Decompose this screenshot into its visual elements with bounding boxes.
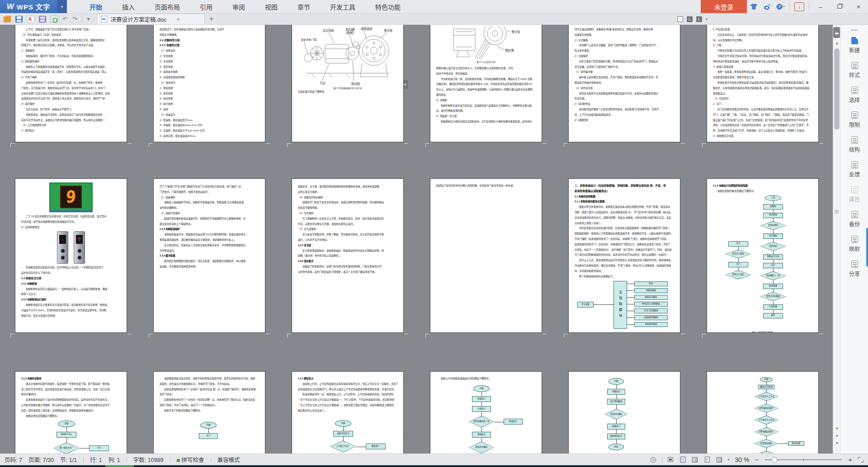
new-tab-button[interactable]: + xyxy=(205,14,218,24)
minimize-button[interactable]: – xyxy=(811,0,830,13)
switch-window-icon[interactable] xyxy=(696,16,702,22)
weibo-icon[interactable] xyxy=(760,0,774,13)
zoom-in-button[interactable]: + xyxy=(848,456,852,463)
read-view-icon[interactable] xyxy=(716,456,723,463)
page-thumbnail-17[interactable]: 开始电梯运行记忆呼叫楼层到达目标楼层轿厢开门清除呼叫信号结束图3-6 呼叫记忆与… xyxy=(568,371,680,453)
open-folder-icon[interactable] xyxy=(4,16,11,23)
print-icon[interactable] xyxy=(39,16,46,23)
restore-button[interactable] xyxy=(830,0,849,13)
page-thumbnail-10[interactable]: 能感知门关闭过程中任何细小的障碍物，关闭途中门重新开启的一种先进 xyxy=(430,178,542,333)
sidebar-item-限制[interactable]: 限制 xyxy=(841,112,868,128)
text-line: 知乘客停用电梯。 xyxy=(575,33,674,38)
menu-tab-页面布局[interactable]: 页面布局 xyxy=(145,0,190,14)
print-preview-icon[interactable] xyxy=(51,16,58,23)
page-thumbnail-18[interactable]: 开始楼层信号检测上平层信号上升沿与呼叫楼层相同？下平层信号上升沿与呼叫楼层相同？… xyxy=(707,371,819,453)
page-thumbnail-2[interactable]: 短的情况下，优化电梯运行距离以及系统起停总次数。应选不待算法不断精细。2.2 对… xyxy=(153,25,265,142)
previous-page-icon[interactable]: ▲ xyxy=(833,426,841,430)
sidebar-item-映射[interactable]: 映射 xyxy=(841,236,868,252)
menu-tab-开发工具[interactable]: 开发工具 xyxy=(320,0,365,14)
customize-toolbar-caret-icon[interactable]: ▾ xyxy=(87,16,90,22)
flowchart-process: 延时 xyxy=(763,313,783,318)
history-version-icon[interactable] xyxy=(650,456,657,463)
flowchart-decision-label: 是否同层 xyxy=(760,243,786,251)
next-page-icon[interactable]: ▼ xyxy=(833,441,841,445)
module-block: 停机保护模块 xyxy=(634,322,668,327)
login-button[interactable]: 未登录 xyxy=(701,0,747,13)
task-window-icon[interactable] xyxy=(687,16,693,22)
page-thumbnail-15[interactable]: 3.1.5 楼层显示当电梯上行时，上平层传感器会首先得电获得电平信号，然后上平层… xyxy=(292,371,404,453)
sidebar-item-备份[interactable]: 备份 xyxy=(841,211,868,228)
view-mode-caret-icon[interactable]: ▾ xyxy=(728,458,730,462)
page-thumbnail-4[interactable]: 曳引轮 钢丝绳 图 2-4 无齿轮曳引机整钢丝绳与曳引轮之间的包角大小，也调整轿… xyxy=(430,25,542,142)
page-thumbnail-7[interactable]: 9二寸 16 段显示器楼层显示器包括：分离式显示器、七段码显示器、发光管点阵显示… xyxy=(15,178,127,333)
sidebar-handle[interactable] xyxy=(851,29,858,31)
flowchart-connector xyxy=(773,260,774,263)
vertical-scrollbar[interactable]: ▲ ▲ ● ▼ xyxy=(833,25,840,453)
undo-icon[interactable]: ↶ xyxy=(62,15,68,23)
export-pdf-icon[interactable] xyxy=(27,16,34,23)
page-thumbnail-5[interactable]: 闭方式进出轿厢时，多数采用“降级”使用的办法，即贴出告示牌，维修时通知乘客停用电… xyxy=(568,25,680,142)
page-thumbnail-3[interactable]: 马达风机 制动器(抱闸) 减速齿轮 曳引轮 盘车手轮/飞轮 马达 制动轮 图2-… xyxy=(292,25,404,142)
page-thumbnail-11[interactable]: 三、控制系统设计（包括控制逻辑、控制回路、控制算法等的选 择、开机、停机等控制逻… xyxy=(568,178,680,333)
menu-tab-引用[interactable]: 引用 xyxy=(190,0,222,14)
help-icon[interactable]: ? xyxy=(774,0,788,13)
sidebar-item-样式[interactable]: 样式 xyxy=(841,62,868,79)
page-view-icon[interactable] xyxy=(679,456,687,463)
menu-tab-审阅[interactable]: 审阅 xyxy=(222,0,255,14)
save-icon[interactable] xyxy=(15,16,23,23)
wps-logo[interactable]: W WPS 文字 xyxy=(0,0,57,13)
fit-page-icon[interactable] xyxy=(667,456,675,463)
sidebar-toggle-icon[interactable] xyxy=(677,16,683,22)
zoom-slider-knob[interactable] xyxy=(771,457,777,462)
scrollbar-thumb[interactable] xyxy=(834,48,840,130)
sidebar-item-选择[interactable]: 选择 xyxy=(841,87,868,103)
page-thumbnail-8[interactable]: 厅门“门锁电气开关(也称门联锁开关)在门全部关闭后方能接通，轿门或任一层门开启时… xyxy=(153,178,265,333)
text-line: 为了确保检修人员的安全与方便，在电梯的轿顶、底坑、机房等处均设置急停 xyxy=(298,216,397,222)
web-view-icon[interactable] xyxy=(703,456,711,463)
redo-icon[interactable]: ↷ xyxy=(72,15,78,23)
sidebar-item-新建[interactable]: 新建 xyxy=(841,37,868,54)
page-corner-mark xyxy=(404,174,408,178)
menu-tab-视图[interactable]: 视图 xyxy=(255,0,288,14)
sidebar-scroll-indicator[interactable] xyxy=(866,228,868,266)
zoom-out-button[interactable]: − xyxy=(755,456,759,463)
page-thumbnail-9[interactable]: 由端走停、安全钳、缓冲器等构成电梯终端的机械防护系统，由多重装置逐级动作实现安全… xyxy=(292,178,404,333)
screen-grab-float-icon[interactable] xyxy=(833,27,840,38)
flowchart-connector xyxy=(616,420,617,424)
page-thumbnail-12[interactable]: 3.1.2 电梯运行的逻辑控制流程图电梯的逻辑控制流程图如下图所示。上电初始化等… xyxy=(707,178,819,333)
page-thumbnail-14[interactable]: 当轿厢载荷超过设定值时，电梯不响应所处层站的召唤，按登记的操作指令行驶。电梯超载… xyxy=(153,371,265,453)
menu-tab-特色功能[interactable]: 特色功能 xyxy=(365,0,410,14)
page-thumbnail-6[interactable]: 5. 平层感应装置它安装在轿顶上，与装在每一层站平层区域内的导轨上的平层隔磁(遮… xyxy=(707,25,819,142)
fullscreen-icon[interactable] xyxy=(857,456,864,463)
sidebar-item-分享[interactable]: 分享 xyxy=(841,261,868,277)
skin-icon[interactable] xyxy=(747,0,760,13)
flowchart-process: 原速运行 xyxy=(504,419,523,425)
sidebar-item-反馈[interactable]: 反馈 xyxy=(841,161,868,178)
zoom-slider[interactable] xyxy=(765,459,842,460)
menu-tab-章节[interactable]: 章节 xyxy=(288,0,320,14)
page-thumbnail-13[interactable]: 3.1.3 电梯的初始化通过对电梯仿真软件的操作，发现电梯一开始停在最下端，即下… xyxy=(15,371,127,453)
flowchart-process: 等待呼叫 xyxy=(763,213,783,218)
page-thumbnail-1[interactable]: 上下行、快慢速和开关门信号需要实现PLC 程序的电气互锁。（2）单台电梯运行（异… xyxy=(15,25,127,142)
sidebar-item-结构[interactable]: 结构 xyxy=(841,136,868,153)
document-canvas[interactable]: + 上下行、快慢速和开关门信号需要实现PLC 程序的电气互锁。（2）单台电梯运行… xyxy=(0,25,833,453)
page-corner-mark xyxy=(149,367,153,371)
tab-close-icon[interactable]: × xyxy=(176,16,180,23)
sidebar-splitter-handle[interactable] xyxy=(833,205,840,217)
window-list-caret-icon[interactable]: ▾ xyxy=(706,17,708,21)
scroll-up-icon[interactable]: ▲ xyxy=(833,41,841,45)
sidebar-item-属性[interactable]: 属性 xyxy=(841,186,868,203)
close-button[interactable]: × xyxy=(849,0,868,13)
text-line: 由端走停、安全钳、缓冲器等构成电梯终端的机械防护系统，由多重装置逐级 xyxy=(298,184,397,190)
titlebar-separator xyxy=(809,3,809,10)
document-tab[interactable]: 决赛设计方案定稿.doc × xyxy=(96,14,205,24)
select-browse-object-icon[interactable]: ● xyxy=(833,434,841,438)
outline-view-icon[interactable] xyxy=(691,456,699,463)
download-icon[interactable]: ↓ xyxy=(794,2,804,11)
sidebar-属性-icon xyxy=(851,186,858,193)
menu-tab-插入[interactable]: 插入 xyxy=(112,0,145,14)
logo-caret-icon[interactable]: ▾ xyxy=(57,0,67,13)
menu-tab-开始[interactable]: 开始 xyxy=(80,0,112,14)
text-line: 电梯开关门控制流程图如下图所示。 xyxy=(160,408,259,414)
page-thumbnail-16[interactable]: 电梯上行时电梯加减速运行流程图如下图所示。开始电梯运行匀速运行距目的楼层差一层原… xyxy=(430,371,542,453)
